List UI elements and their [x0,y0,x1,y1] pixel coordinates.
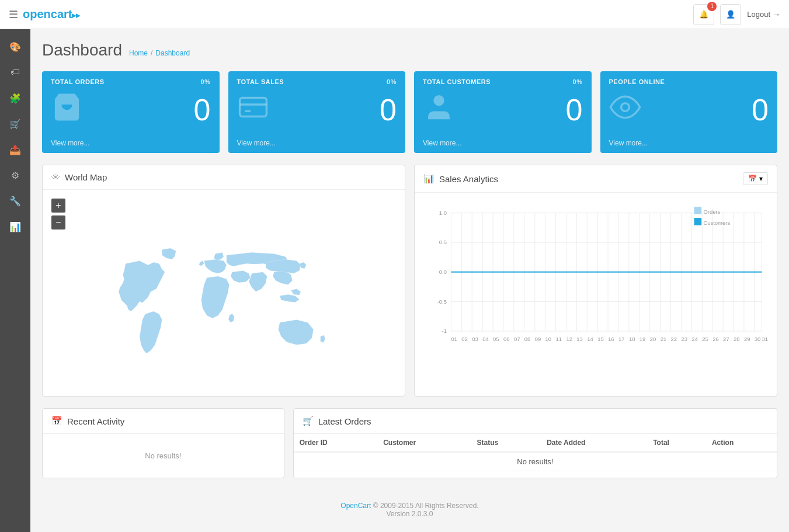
bell-icon: 🔔 [699,10,708,19]
navbar: ☰ opencart▸▸ 🔔 1 👤 Logout → [0,0,789,29]
map-zoom-out-button[interactable]: − [51,215,65,230]
sidebar-item-dashboard[interactable]: 🎨 [4,35,27,58]
svg-text:Customers: Customers [703,220,730,226]
svg-text:-1: -1 [442,328,447,334]
gear-icon: ⚙ [11,170,19,181]
share-icon: 📤 [9,144,21,155]
svg-point-3 [433,95,444,106]
breadcrumb-home[interactable]: Home [129,49,148,57]
stat-card-total-orders: TOTAL ORDERS 0% 0 View more... [42,71,220,153]
world-map-title: World Map [65,172,107,182]
world-map-svg [51,241,396,381]
stat-card-people-online: PEOPLE ONLINE 0 View more... [600,71,778,153]
sidebar-item-reports[interactable]: 📊 [4,215,27,238]
sidebar: 🎨 🏷 🧩 🛒 📤 ⚙ 🔧 📊 [0,29,30,532]
total-customers-pct: 0% [573,78,583,85]
svg-text:20: 20 [650,336,656,342]
sales-chart-svg: 1.0 0.5 0.0 -0.5 -1 [423,199,768,350]
analytics-date-picker[interactable]: 📅 ▾ [743,172,768,185]
notifications-button[interactable]: 🔔 1 [693,4,714,25]
latest-orders-header: 🛒 Latest Orders [294,409,777,434]
total-orders-value: 0 [194,95,211,125]
recent-activity-no-results: No results! [51,443,275,469]
sidebar-item-catalog[interactable]: 🏷 [4,61,27,84]
bottom-row: 📅 Recent Activity No results! 🛒 Latest O… [42,408,777,478]
svg-text:03: 03 [472,336,478,342]
svg-text:Orders: Orders [703,208,720,215]
world-map-body: + − [43,190,405,396]
logout-label: Logout [747,10,770,19]
svg-text:0.5: 0.5 [439,239,447,245]
svg-text:15: 15 [597,336,604,342]
puzzle-icon: 🧩 [9,93,21,104]
sidebar-item-marketing[interactable]: 📤 [4,138,27,161]
svg-text:31: 31 [762,336,768,342]
calendar-icon-activity: 📅 [51,416,62,426]
footer: OpenCart © 2009-2015 All Rights Reserved… [42,490,777,530]
svg-text:13: 13 [576,336,583,342]
navbar-right: 🔔 1 👤 Logout → [693,4,780,25]
profile-button[interactable]: 👤 [720,4,741,25]
sidebar-item-tools[interactable]: 🔧 [4,189,27,213]
online-card-icon [609,91,641,128]
sidebar-item-extensions[interactable]: 🧩 [4,86,27,110]
orders-table-head: Order ID Customer Status Date Added Tota… [294,434,777,452]
wrench-icon: 🔧 [9,196,21,207]
svg-text:21: 21 [661,336,667,342]
chevron-down-icon: ▾ [759,175,763,183]
recent-activity-title: Recent Activity [67,416,124,426]
menu-toggle-button[interactable]: ☰ [9,8,18,21]
svg-text:05: 05 [493,336,499,342]
notification-badge: 1 [707,2,717,11]
map-zoom-in-button[interactable]: + [51,199,65,213]
stat-card-total-customers: TOTAL CUSTOMERS 0% 0 View more... [414,71,592,153]
svg-rect-78 [694,207,702,214]
cart-icon-orders: 🛒 [303,416,314,426]
total-customers-title: TOTAL CUSTOMERS [423,78,491,85]
page-header: Dashboard Home / Dashboard [42,41,777,60]
svg-text:18: 18 [629,336,635,342]
main-content: Dashboard Home / Dashboard TOTAL ORDERS … [30,29,789,532]
calendar-icon: 📅 [748,175,757,183]
col-date-added: Date Added [541,434,647,452]
orders-table-header-row: Order ID Customer Status Date Added Tota… [294,434,777,452]
total-orders-pct: 0% [201,78,211,85]
orders-table: Order ID Customer Status Date Added Tota… [294,434,777,471]
footer-brand-link[interactable]: OpenCart [340,502,371,510]
svg-text:25: 25 [702,336,708,342]
sidebar-item-sales[interactable]: 🛒 [4,112,27,135]
total-sales-view-more[interactable]: View more... [237,139,276,147]
sales-analytics-title: Sales Analytics [439,174,498,184]
bar-chart-icon: 📊 [423,173,435,184]
world-map-header: 👁 World Map [43,165,405,190]
logo-text: opencart▸▸ [23,8,80,21]
logout-button[interactable]: Logout → [747,10,780,19]
col-order-id: Order ID [294,434,378,452]
sidebar-item-system[interactable]: ⚙ [4,164,27,187]
people-online-view-more[interactable]: View more... [609,139,648,147]
total-orders-view-more[interactable]: View more... [51,139,89,147]
orders-no-results-row: No results! [294,452,777,471]
col-total: Total [647,434,706,452]
stat-card-total-sales: TOTAL SALES 0% 0 View more... [228,71,406,153]
svg-text:08: 08 [524,336,531,342]
sales-card-icon [237,91,269,128]
middle-panels-row: 👁 World Map + − [42,165,777,397]
svg-text:23: 23 [681,336,687,342]
total-customers-view-more[interactable]: View more... [423,139,461,147]
svg-text:17: 17 [618,336,625,342]
orders-no-results: No results! [294,452,777,471]
chart-container: 1.0 0.5 0.0 -0.5 -1 [423,199,768,350]
cart-icon: 🛒 [9,119,21,130]
recent-activity-panel: 📅 Recent Activity No results! [42,408,284,478]
sales-analytics-panel: 📊 Sales Analytics 📅 ▾ [414,165,777,397]
world-map-container [51,235,396,387]
svg-text:12: 12 [566,336,572,342]
latest-orders-body: Order ID Customer Status Date Added Tota… [294,434,777,471]
svg-text:1.0: 1.0 [439,210,447,216]
orders-table-body: No results! [294,452,777,471]
breadcrumb-current[interactable]: Dashboard [155,49,190,57]
people-online-title: PEOPLE ONLINE [609,78,665,85]
map-controls: + − [51,199,396,230]
svg-text:26: 26 [712,336,719,342]
